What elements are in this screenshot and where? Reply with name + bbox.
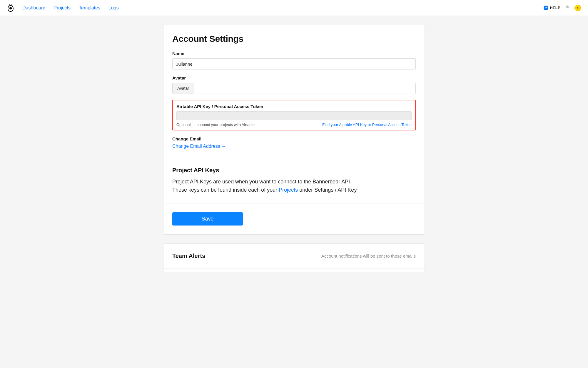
save-button[interactable]: Save — [172, 212, 243, 226]
api-keys-line2-pre: These keys can be found inside each of y… — [172, 187, 279, 193]
change-email-field: Change Email Change Email Address → — [172, 136, 416, 149]
api-keys-line1: Project API Keys are used when you want … — [172, 178, 416, 186]
name-input[interactable] — [172, 58, 416, 69]
change-email-link[interactable]: Change Email Address → — [172, 144, 226, 149]
avatar-upload-button[interactable]: Avatar — [173, 83, 194, 94]
team-alerts-title: Team Alerts — [172, 253, 205, 259]
api-keys-title: Project API Keys — [172, 167, 416, 174]
nav-projects[interactable]: Projects — [54, 5, 71, 11]
nav-templates[interactable]: Templates — [79, 5, 100, 11]
team-alerts-body — [163, 268, 425, 272]
name-label: Name — [172, 51, 416, 56]
logo[interactable] — [7, 4, 14, 12]
avatar-field: Avatar Avatar — [172, 75, 416, 94]
nav-dashboard[interactable]: Dashboard — [22, 5, 45, 11]
name-field: Name — [172, 51, 416, 69]
help-button[interactable]: ? HELP — [544, 6, 560, 10]
projects-link[interactable]: Projects — [279, 187, 298, 193]
topbar-left: Dashboard Projects Templates Logs — [7, 4, 119, 12]
main-content: Account Settings Name Avatar Avatar Airt… — [0, 16, 588, 299]
team-alerts-header: Team Alerts Account notifications will b… — [163, 244, 425, 268]
svg-point-1 — [9, 7, 12, 9]
team-alerts-subtitle: Account notifications will be sent to th… — [321, 253, 416, 258]
bear-logo-icon — [7, 4, 14, 12]
api-keys-section: Project API Keys Project API Keys are us… — [163, 158, 425, 203]
change-email-label: Change Email — [172, 136, 416, 141]
main-nav: Dashboard Projects Templates Logs — [22, 5, 119, 11]
account-settings-card: Account Settings Name Avatar Avatar Airt… — [163, 25, 425, 235]
help-label: HELP — [550, 6, 560, 10]
airtable-help-link[interactable]: Find your Airtable API Key or Personal A… — [322, 122, 412, 127]
airtable-hint: Optional — connect your projects with Ai… — [176, 122, 255, 127]
airtable-label: Airtable API Key / Personal Access Token — [176, 104, 412, 109]
svg-point-2 — [10, 7, 10, 8]
save-section: Save — [163, 203, 425, 234]
topbar-right: ? HELP — [544, 5, 581, 11]
topbar: Dashboard Projects Templates Logs ? HELP — [0, 0, 588, 16]
svg-point-4 — [577, 7, 578, 8]
api-keys-line2-post: under Settings / API Key — [298, 187, 357, 193]
airtable-hint-row: Optional — connect your projects with Ai… — [176, 122, 412, 127]
svg-point-3 — [11, 7, 11, 8]
nav-logs[interactable]: Logs — [108, 5, 119, 11]
api-keys-line2: These keys can be found inside each of y… — [172, 186, 416, 194]
avatar-file-row: Avatar — [172, 83, 416, 94]
page-title: Account Settings — [172, 34, 416, 44]
user-avatar[interactable] — [574, 5, 581, 11]
notifications-icon[interactable] — [565, 5, 570, 11]
avatar-label: Avatar — [172, 75, 416, 80]
account-settings-section: Account Settings Name Avatar Avatar Airt… — [163, 25, 425, 158]
airtable-input[interactable] — [176, 111, 412, 120]
help-icon: ? — [544, 6, 548, 10]
team-alerts-card: Team Alerts Account notifications will b… — [163, 243, 425, 272]
airtable-highlight: Airtable API Key / Personal Access Token… — [172, 100, 416, 130]
avatar-file-empty[interactable] — [194, 83, 415, 94]
